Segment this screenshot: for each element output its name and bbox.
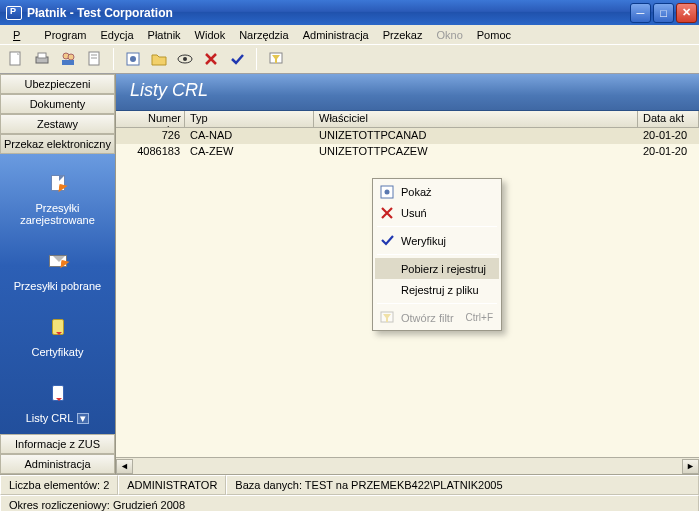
table-row[interactable]: 4086183 CA-ZEW UNIZETOTTPCAZEW 20-01-20 (116, 144, 699, 160)
cell-owner: UNIZETOTTPCAZEW (314, 144, 638, 160)
svg-rect-2 (38, 53, 46, 58)
menu-program[interactable]: Program (39, 27, 91, 43)
svg-point-4 (68, 54, 74, 60)
sidebar-btn-przekaz[interactable]: Przekaz elektroniczny (0, 134, 115, 154)
eye-icon[interactable] (175, 49, 195, 69)
blank-icon (379, 282, 395, 298)
ctx-weryfikuj[interactable]: Weryfikuj (375, 230, 499, 251)
side-panel: Ubezpieczeni Dokumenty Zestawy Przekaz e… (0, 74, 115, 474)
page-title: Listy CRL (116, 74, 699, 111)
show-icon[interactable] (123, 49, 143, 69)
app-icon (6, 6, 22, 20)
menu-widok[interactable]: Widok (190, 27, 231, 43)
toolbar (0, 45, 699, 74)
ctx-usun[interactable]: Usuń (375, 202, 499, 223)
ctx-shortcut: Ctrl+F (466, 312, 494, 323)
nav-przesylki-zarejestrowane[interactable]: Przesyłki zarejestrowane (0, 162, 115, 236)
print-icon[interactable] (32, 49, 52, 69)
sidebar-btn-zestawy[interactable]: Zestawy (0, 114, 115, 134)
scroll-right-button[interactable]: ► (682, 459, 699, 474)
cell-date: 20-01-20 (638, 128, 699, 144)
ctx-pobierz-rejestruj[interactable]: Pobierz i rejestruj (375, 258, 499, 279)
horizontal-scrollbar[interactable]: ◄ ► (116, 457, 699, 474)
cell-serial: 4086183 (116, 144, 185, 160)
status-bar: Liczba elementów: 2 ADMINISTRATOR Baza d… (0, 474, 699, 511)
menu-bar: Pdocument.currentScript.previousElementS… (0, 25, 699, 45)
cell-date: 20-01-20 (638, 144, 699, 160)
nav-listy-crl[interactable]: Listy CRL ▾ (0, 372, 115, 434)
sidebar-btn-ubezpieczeni[interactable]: Ubezpieczeni (0, 74, 115, 94)
ctx-label: Pokaż (401, 186, 432, 198)
cell-serial: 726 (116, 128, 185, 144)
ctx-label: Usuń (401, 207, 427, 219)
cell-owner: UNIZETOTTPCANAD (314, 128, 638, 144)
verify-icon (379, 233, 395, 249)
workspace: Ubezpieczeni Dokumenty Zestawy Przekaz e… (0, 74, 699, 474)
folder-icon[interactable] (149, 49, 169, 69)
menu-edycja[interactable]: Edycja (96, 27, 139, 43)
nav-label: Przesyłki zarejestrowane (4, 202, 111, 226)
certificate-icon (42, 312, 74, 342)
nav-label: Certyfikaty (4, 346, 111, 358)
side-nav: Przesyłki zarejestrowane Przesyłki pobra… (0, 154, 115, 434)
show-icon (379, 184, 395, 200)
menu-okno: Okno (431, 27, 467, 43)
ctx-rejestruj-z-pliku[interactable]: Rejestruj z pliku (375, 279, 499, 300)
scroll-left-button[interactable]: ◄ (116, 459, 133, 474)
status-user: ADMINISTRATOR (118, 475, 226, 495)
sidebar-btn-informacje[interactable]: Informacje z ZUS (0, 434, 115, 454)
close-button[interactable]: ✕ (676, 3, 697, 23)
ctx-pokaz[interactable]: Pokaż (375, 181, 499, 202)
menu-narzedzia[interactable]: Narzędzia (234, 27, 294, 43)
delete-icon (379, 205, 395, 221)
menu-pomoc[interactable]: Pomoc (472, 27, 516, 43)
status-period: Okres rozliczeniowy: Grudzień 2008 (0, 495, 699, 511)
col-owner[interactable]: Właściciel (314, 111, 638, 127)
col-serial[interactable]: Numer seryjny (116, 111, 185, 127)
minimize-button[interactable]: ─ (630, 3, 651, 23)
window-title: Płatnik - Test Corporation (27, 6, 630, 20)
col-date[interactable]: Data akt (638, 111, 699, 127)
filter-icon (379, 310, 395, 326)
nav-label: Listy CRL (26, 412, 74, 424)
sidebar-btn-dokumenty[interactable]: Dokumenty (0, 94, 115, 114)
menu-program[interactable]: Pdocument.currentScript.previousElementS… (8, 27, 35, 43)
cell-type: CA-ZEW (185, 144, 314, 160)
main-area: Listy CRL Numer seryjny Typ Właściciel D… (115, 74, 699, 474)
menu-przekaz[interactable]: Przekaz (378, 27, 428, 43)
nav-certyfikaty[interactable]: Certyfikaty (0, 306, 115, 368)
registered-mail-icon (42, 168, 74, 198)
grid-body[interactable]: 726 CA-NAD UNIZETOTTPCANAD 20-01-20 4086… (116, 128, 699, 457)
ctx-otworz-filtr: Otwórz filtr Ctrl+F (375, 307, 499, 328)
maximize-button[interactable]: □ (653, 3, 674, 23)
svg-rect-5 (62, 60, 74, 65)
separator (377, 303, 497, 304)
context-menu: Pokaż Usuń Weryfikuj Pobierz i rejestruj (372, 178, 502, 331)
users-icon[interactable] (58, 49, 78, 69)
ctx-label: Rejestruj z pliku (401, 284, 479, 296)
title-bar: Płatnik - Test Corporation ─ □ ✕ (0, 0, 699, 25)
menu-administracja[interactable]: Administracja (298, 27, 374, 43)
svg-point-10 (130, 56, 136, 62)
delete-icon[interactable] (201, 49, 221, 69)
svg-point-15 (385, 189, 390, 194)
menu-platnik[interactable]: Płatnik (143, 27, 186, 43)
nav-label: Przesyłki pobrane (4, 280, 111, 292)
sidebar-btn-administracja[interactable]: Administracja (0, 454, 115, 474)
new-doc-icon[interactable] (6, 49, 26, 69)
col-type[interactable]: Typ (185, 111, 314, 127)
svg-point-12 (183, 57, 187, 61)
grid-header: Numer seryjny Typ Właściciel Data akt (116, 111, 699, 128)
crl-list-icon (42, 378, 74, 408)
status-db: Baza danych: TEST na PRZEMEKB422\PLATNIK… (226, 475, 699, 495)
filter-icon[interactable] (266, 49, 286, 69)
chevron-down-icon[interactable]: ▾ (77, 413, 89, 424)
cell-type: CA-NAD (185, 128, 314, 144)
doc-icon[interactable] (84, 49, 104, 69)
table-row[interactable]: 726 CA-NAD UNIZETOTTPCANAD 20-01-20 (116, 128, 699, 144)
ctx-label: Weryfikuj (401, 235, 446, 247)
verify-icon[interactable] (227, 49, 247, 69)
nav-przesylki-pobrane[interactable]: Przesyłki pobrane (0, 240, 115, 302)
received-mail-icon (42, 246, 74, 276)
ctx-label: Pobierz i rejestruj (401, 263, 486, 275)
